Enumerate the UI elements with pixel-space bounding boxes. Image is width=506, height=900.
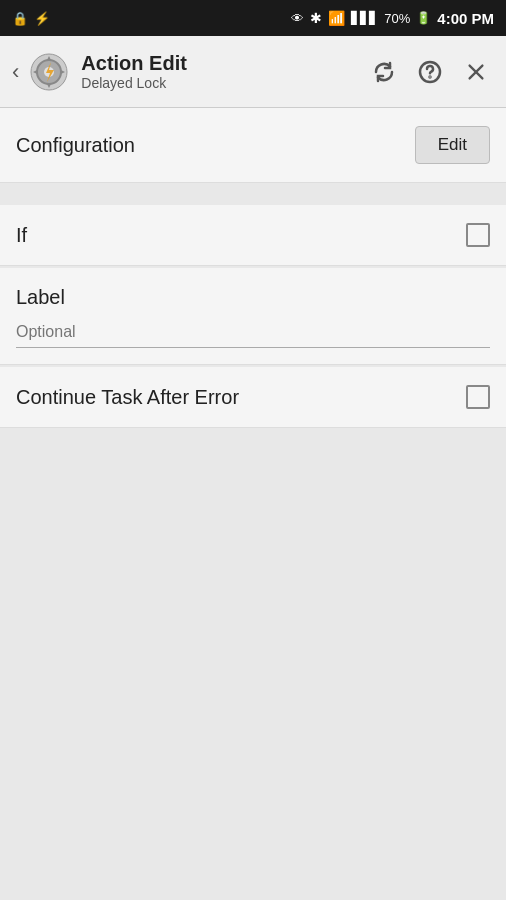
time-display: 4:00 PM xyxy=(437,10,494,27)
action-bar-title: Action Edit xyxy=(81,51,362,75)
label-text: Label xyxy=(16,286,65,308)
if-label: If xyxy=(16,224,27,247)
wifi-icon: 📶 xyxy=(328,10,345,26)
status-bar: 🔒 ⚡ 👁 ✱ 📶 ▋▋▋ 70% 🔋 4:00 PM xyxy=(0,0,506,36)
edit-button[interactable]: Edit xyxy=(415,126,490,164)
signal-icon: ▋▋▋ xyxy=(351,11,378,25)
action-bar-subtitle: Delayed Lock xyxy=(81,75,362,92)
label-input-row xyxy=(0,313,506,365)
status-right-area: 👁 ✱ 📶 ▋▋▋ 70% 🔋 4:00 PM xyxy=(291,10,494,27)
continue-task-label: Continue Task After Error xyxy=(16,386,239,409)
continue-task-checkbox[interactable] xyxy=(466,385,490,409)
close-button[interactable] xyxy=(454,50,498,94)
spacer-1 xyxy=(0,185,506,205)
battery-icon: 🔋 xyxy=(416,11,431,25)
eye-icon: 👁 xyxy=(291,11,304,26)
main-content: Configuration Edit If Label Continue Tas… xyxy=(0,108,506,428)
action-bar-titles: Action Edit Delayed Lock xyxy=(81,51,362,92)
help-button[interactable] xyxy=(408,50,452,94)
if-row: If xyxy=(0,205,506,266)
refresh-button[interactable] xyxy=(362,50,406,94)
status-left-icons: 🔒 ⚡ xyxy=(12,11,50,26)
action-bar-actions xyxy=(362,50,498,94)
bluetooth-icon: ✱ xyxy=(310,10,322,26)
label-input[interactable] xyxy=(16,317,490,348)
lightning-icon: ⚡ xyxy=(34,11,50,26)
svg-point-5 xyxy=(430,76,431,77)
action-bar: ‹ Action Edit Delayed Lock xyxy=(0,36,506,108)
if-checkbox[interactable] xyxy=(466,223,490,247)
back-button[interactable]: ‹ xyxy=(8,55,23,89)
app-icon xyxy=(27,50,71,94)
label-section-header: Label xyxy=(0,268,506,313)
configuration-row: Configuration Edit xyxy=(0,108,506,183)
lock-icon: 🔒 xyxy=(12,11,28,26)
continue-task-row: Continue Task After Error xyxy=(0,367,506,428)
battery-level: 70% xyxy=(384,11,410,26)
configuration-label: Configuration xyxy=(16,134,135,157)
